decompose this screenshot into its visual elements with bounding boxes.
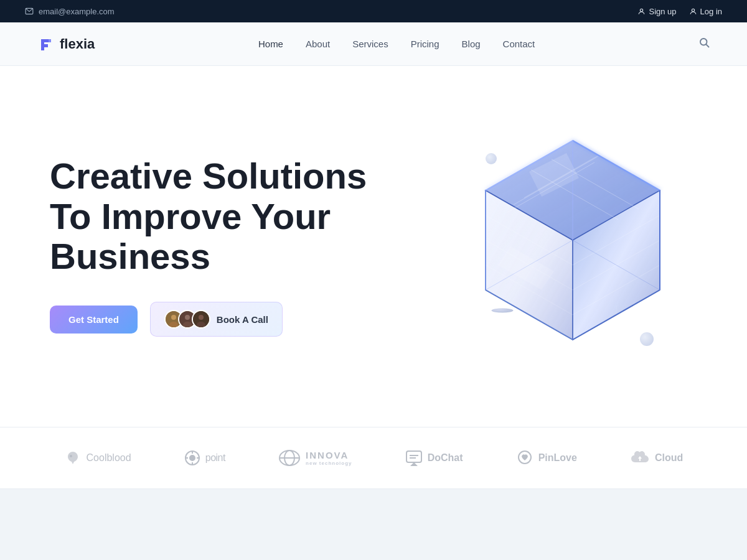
nav-home[interactable]: Home (258, 39, 283, 49)
avatar-group (164, 310, 210, 329)
login-link[interactable]: Log in (689, 7, 722, 16)
search-icon (698, 37, 710, 48)
hero-content: Creative Solutions To Improve Your Busin… (50, 156, 367, 337)
get-started-button[interactable]: Get Started (50, 306, 138, 334)
avatar-3 (192, 310, 210, 329)
topbar-actions: Sign up Log in (637, 7, 722, 16)
user-icon-signup (637, 7, 646, 16)
dochat-icon (405, 450, 423, 466)
logo-icon (37, 35, 55, 53)
email-icon (25, 7, 34, 16)
brand-point: point (184, 450, 225, 466)
brand-innova-name: INNOVA (306, 450, 352, 460)
innova-icon (278, 449, 301, 467)
book-call-label: Book A Call (217, 314, 268, 325)
brand-upcloud-name: Cloud (655, 452, 683, 464)
brand-coolblood: Coolblood (64, 449, 131, 467)
brand-pinlove-name: PinLove (538, 452, 577, 464)
main-nav: Home About Services Pricing Blog Contact (258, 39, 535, 49)
svg-point-42 (70, 455, 72, 457)
nav-blog[interactable]: Blog (462, 39, 481, 49)
nav-contact[interactable]: Contact (503, 39, 535, 49)
hero-title-line3: Business (50, 236, 210, 276)
hero-title-line1: Creative Solutions (50, 156, 367, 196)
cube-svg (417, 91, 703, 377)
svg-rect-48 (406, 451, 421, 462)
brand-innova: INNOVA new technology (278, 449, 352, 467)
topbar: email@example.com Sign up Log in (0, 0, 747, 22)
brand-dochat-name: DoChat (428, 452, 463, 464)
brand-upcloud: Cloud (630, 450, 683, 466)
svg-point-2 (692, 9, 694, 11)
logo-text: flexia (60, 36, 95, 52)
hero-title: Creative Solutions To Improve Your Busin… (50, 156, 367, 278)
cube-container (398, 97, 710, 396)
user-icon-login (689, 7, 697, 16)
logo[interactable]: flexia (37, 35, 95, 53)
pinlove-icon (516, 449, 533, 467)
coolblood-icon (64, 449, 82, 467)
brand-innova-sub: new technology (306, 460, 352, 466)
page-bottom (0, 489, 747, 560)
svg-line-4 (706, 44, 708, 47)
nav-services[interactable]: Services (352, 39, 388, 49)
header: flexia Home About Services Pricing Blog … (0, 22, 747, 66)
login-label: Log in (700, 7, 722, 16)
brand-coolblood-name: Coolblood (87, 452, 131, 464)
point-icon (184, 450, 200, 466)
svg-point-6 (171, 315, 176, 320)
topbar-email: email@example.com (39, 7, 115, 16)
nav-about[interactable]: About (306, 39, 330, 49)
signup-link[interactable]: Sign up (637, 7, 676, 16)
search-button[interactable] (698, 37, 710, 51)
svg-point-12 (199, 315, 204, 320)
hero-actions: Get Started (50, 302, 367, 337)
upcloud-icon (630, 450, 650, 466)
hero-section: Creative Solutions To Improve Your Busin… (0, 66, 747, 427)
brand-point-name: point (205, 452, 225, 464)
svg-point-1 (641, 9, 643, 11)
hero-title-line2: To Improve Your (50, 196, 331, 236)
topbar-email-container: email@example.com (25, 7, 115, 16)
brand-dochat: DoChat (405, 450, 463, 466)
book-call-button[interactable]: Book A Call (150, 302, 283, 337)
nav-pricing[interactable]: Pricing (411, 39, 439, 49)
svg-point-44 (190, 455, 195, 460)
brand-pinlove: PinLove (516, 449, 577, 467)
brands-strip: Coolblood point INNOVA new technology Do… (0, 427, 747, 489)
signup-label: Sign up (649, 7, 676, 16)
hero-visual (398, 97, 710, 396)
svg-point-9 (185, 315, 190, 320)
